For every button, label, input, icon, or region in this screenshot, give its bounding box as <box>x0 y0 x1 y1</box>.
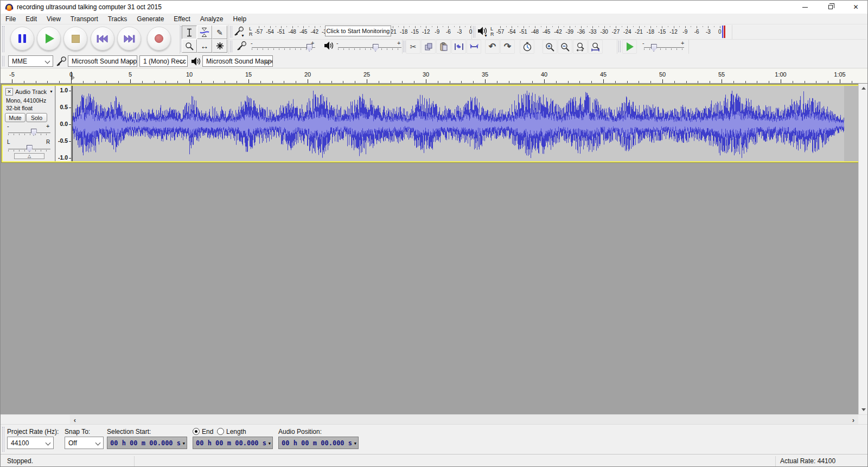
skip-to-start-button[interactable] <box>91 27 114 51</box>
ruler-tick <box>189 79 190 83</box>
meter-tick <box>679 26 680 27</box>
meter-tick <box>443 26 443 27</box>
restore-button[interactable] <box>818 1 843 14</box>
trim-audio-button[interactable] <box>451 40 466 54</box>
skip-to-end-button[interactable] <box>117 27 141 51</box>
length-radio[interactable] <box>217 428 224 435</box>
zoom-out-button[interactable] <box>558 40 572 54</box>
track-canvas-area[interactable]: ✕ Audio Track ▼ Mono, 44100Hz 32-bit flo… <box>1 84 867 414</box>
field-dropdown-icon[interactable]: ▼ <box>269 441 271 446</box>
redo-button[interactable]: ↷ <box>500 40 515 54</box>
horizontal-scrollbar[interactable]: ‹ › <box>1 414 867 424</box>
zoom-out-icon <box>560 42 570 52</box>
fit-selection-button[interactable] <box>573 40 588 54</box>
menu-file[interactable]: File <box>1 14 21 24</box>
record-button[interactable] <box>147 27 171 51</box>
vertical-scale-ruler[interactable]: 1.00.50.0-0.5-1.0 <box>56 86 72 161</box>
length-radio-label[interactable]: Length <box>226 428 246 436</box>
minimize-button[interactable] <box>792 1 818 14</box>
draw-tool-button[interactable]: ✎ <box>212 26 227 39</box>
waveform[interactable] <box>72 86 858 161</box>
playback-device-select[interactable]: Microsoft Sound Mappe <box>202 55 273 67</box>
meter-db-label: -15 <box>658 29 666 35</box>
playback-volume-slider[interactable] <box>373 44 379 52</box>
menu-effect[interactable]: Effect <box>169 14 195 24</box>
ruler-label: 5 <box>129 71 132 78</box>
meter-tick <box>650 26 651 28</box>
recording-channels-select[interactable]: 1 (Mono) Recc <box>139 55 188 67</box>
menu-help[interactable]: Help <box>228 14 252 24</box>
edit-toolbar-gripper[interactable] <box>403 41 405 52</box>
sync-lock-button[interactable] <box>520 40 534 54</box>
ruler-label: 1:05 <box>834 71 845 78</box>
mixer-toolbar-gripper[interactable] <box>230 41 232 52</box>
scroll-up-button[interactable] <box>859 84 868 93</box>
meter-tick <box>309 26 309 27</box>
copy-button[interactable] <box>421 40 436 54</box>
end-radio-label[interactable]: End <box>202 428 213 436</box>
triangle-up-icon <box>861 87 866 90</box>
audio-host-select[interactable]: MME <box>8 55 53 67</box>
scroll-right-button[interactable]: › <box>848 415 858 425</box>
stop-button[interactable] <box>63 27 87 51</box>
time-shift-tool-button[interactable]: ↔ <box>197 39 212 53</box>
cut-button[interactable]: ✂ <box>406 40 420 54</box>
timeline-ruler[interactable]: -505101520253035404550551:001:05 <box>1 68 867 84</box>
menu-generate[interactable]: Generate <box>132 14 169 24</box>
device-toolbar-gripper[interactable] <box>2 56 4 66</box>
solo-button[interactable]: Solo <box>26 113 47 122</box>
meter-tick <box>398 26 399 27</box>
zoom-in-button[interactable] <box>542 40 557 54</box>
zoom-tool-button[interactable] <box>182 39 197 53</box>
ruler-tick <box>260 81 261 83</box>
meter-tick <box>264 26 265 27</box>
selection-end-field[interactable]: 00 h 00 m 00.000 s▼ <box>193 437 273 449</box>
multi-tool-button[interactable] <box>212 39 227 53</box>
pause-button[interactable] <box>10 27 34 51</box>
envelope-tool-button[interactable] <box>197 26 212 39</box>
vertical-scrollbar[interactable] <box>858 84 867 414</box>
menu-edit[interactable]: Edit <box>21 14 42 24</box>
paste-button[interactable] <box>436 40 451 54</box>
playback-meter-gripper[interactable] <box>473 26 475 37</box>
menu-transport[interactable]: Transport <box>66 14 103 24</box>
record-icon <box>155 34 163 43</box>
recording-device-select[interactable]: Microsoft Sound Mappe <box>68 55 137 67</box>
pause-icon <box>18 34 26 43</box>
selection-tool-button[interactable] <box>182 26 197 39</box>
play-at-speed-button[interactable] <box>622 40 637 54</box>
snap-to-select[interactable]: Off <box>65 437 104 449</box>
transport-toolbar-gripper[interactable] <box>2 26 4 52</box>
horizontal-scrollbar-rail[interactable] <box>70 415 858 425</box>
project-rate-select[interactable]: 44100 <box>7 437 54 449</box>
recording-meter-dropdown-icon[interactable]: ▼ <box>241 34 245 37</box>
recording-volume-slider[interactable] <box>307 44 312 52</box>
recording-meter-gripper[interactable] <box>230 26 232 37</box>
scroll-left-button[interactable]: ‹ <box>70 415 80 425</box>
mute-button[interactable]: Mute <box>5 113 25 122</box>
selection-toolbar-gripper[interactable] <box>2 427 4 452</box>
field-dropdown-icon[interactable]: ▼ <box>183 441 185 446</box>
audio-position-field[interactable]: 00 h 00 m 00.000 s▼ <box>278 437 359 449</box>
close-button[interactable]: ✕ <box>843 1 868 14</box>
menu-analyze[interactable]: Analyze <box>195 14 228 24</box>
selection-start-field[interactable]: 00 h 00 m 00.000 s▼ <box>107 437 187 449</box>
silence-audio-button[interactable] <box>467 40 481 54</box>
audio-track[interactable]: ✕ Audio Track ▼ Mono, 44100Hz 32-bit flo… <box>2 85 858 162</box>
menu-tracks[interactable]: Tracks <box>103 14 132 24</box>
play-button[interactable] <box>37 27 61 51</box>
menu-view[interactable]: View <box>42 14 66 24</box>
track-collapse-button[interactable]: △ <box>14 153 44 159</box>
meter-db-label: -12 <box>669 29 677 35</box>
fit-project-button[interactable] <box>588 40 603 54</box>
transcription-toolbar-gripper[interactable] <box>618 41 621 52</box>
scroll-down-button[interactable] <box>859 405 868 414</box>
field-dropdown-icon[interactable]: ▼ <box>354 441 356 446</box>
undo-button[interactable]: ↶ <box>485 40 500 54</box>
play-speed-slider[interactable] <box>651 44 657 52</box>
end-radio[interactable] <box>193 428 200 435</box>
track-title-menu[interactable]: Audio Track ▼ <box>14 87 54 96</box>
track-close-button[interactable]: ✕ <box>5 88 13 96</box>
meter-db-label: -27 <box>612 29 620 35</box>
playback-meter-dropdown-icon[interactable]: ▼ <box>484 34 488 37</box>
